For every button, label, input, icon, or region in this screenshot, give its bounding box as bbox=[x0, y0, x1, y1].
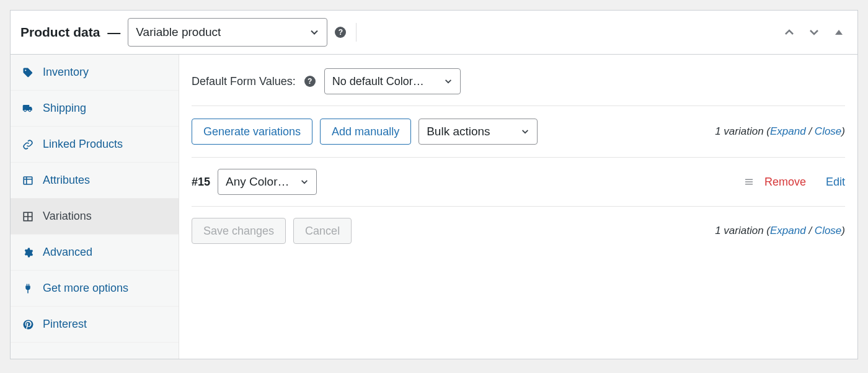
close-link[interactable]: Close bbox=[815, 225, 841, 236]
chevron-down-icon bbox=[309, 27, 319, 37]
close-link[interactable]: Close bbox=[815, 125, 841, 137]
svg-rect-0 bbox=[24, 177, 32, 184]
bulk-actions-label: Bulk actions bbox=[427, 125, 490, 138]
cancel-button[interactable]: Cancel bbox=[293, 218, 352, 244]
variations-footer: Save changes Cancel 1 variation (Expand … bbox=[192, 207, 845, 255]
main-content: Default Form Values: ? No default Color…… bbox=[179, 55, 857, 359]
pinterest-icon bbox=[22, 319, 34, 330]
sidebar-item-label: Pinterest bbox=[43, 318, 87, 331]
variation-attribute-select[interactable]: Any Color… bbox=[218, 169, 317, 195]
panel-title: Product data bbox=[20, 25, 100, 40]
variations-toolbar: Generate variations Add manually Bulk ac… bbox=[192, 106, 845, 158]
expand-link[interactable]: Expand bbox=[770, 125, 806, 137]
sidebar-item-label: Advanced bbox=[43, 246, 92, 259]
link-icon bbox=[22, 139, 34, 150]
variations-count: 1 variation (Expand / Close) bbox=[715, 225, 845, 237]
generate-variations-button[interactable]: Generate variations bbox=[192, 119, 312, 145]
default-values-row: Default Form Values: ? No default Color… bbox=[192, 65, 845, 106]
variations-count: 1 variation (Expand / Close) bbox=[715, 125, 845, 138]
bulk-actions-select[interactable]: Bulk actions bbox=[418, 119, 538, 145]
list-icon bbox=[22, 175, 34, 186]
plug-icon bbox=[22, 283, 34, 294]
sidebar-item-attributes[interactable]: Attributes bbox=[11, 163, 179, 199]
separator bbox=[356, 23, 356, 42]
sidebar-item-label: Attributes bbox=[43, 174, 90, 187]
panel-header: Product data — Variable product ? bbox=[11, 11, 857, 55]
gear-icon bbox=[22, 247, 34, 258]
sidebar-item-pinterest[interactable]: Pinterest bbox=[11, 307, 179, 343]
count-text: 1 variation bbox=[715, 225, 763, 236]
chevron-down-icon bbox=[444, 77, 453, 86]
sidebar-item-inventory[interactable]: Inventory bbox=[11, 55, 179, 91]
grid-icon bbox=[22, 211, 34, 222]
variation-attribute-value: Any Color… bbox=[226, 175, 289, 189]
sidebar-item-label: Linked Products bbox=[43, 138, 123, 151]
add-manually-button[interactable]: Add manually bbox=[320, 119, 411, 145]
sidebar: Inventory Shipping Linked Products Attri… bbox=[11, 55, 179, 359]
product-type-label: Variable product bbox=[136, 25, 221, 39]
product-type-select[interactable]: Variable product bbox=[128, 18, 327, 47]
sidebar-item-label: Shipping bbox=[43, 102, 86, 115]
move-down-button[interactable] bbox=[805, 24, 823, 41]
product-data-panel: Product data — Variable product ? bbox=[10, 10, 858, 359]
sidebar-item-advanced[interactable]: Advanced bbox=[11, 235, 179, 271]
variation-row: #15 Any Color… Remove Edit bbox=[192, 158, 845, 207]
edit-variation-button[interactable]: Edit bbox=[826, 176, 845, 189]
panel-body: Inventory Shipping Linked Products Attri… bbox=[11, 55, 857, 359]
default-color-select[interactable]: No default Color… bbox=[324, 68, 461, 94]
remove-variation-button[interactable]: Remove bbox=[764, 176, 806, 189]
help-icon[interactable]: ? bbox=[304, 76, 316, 87]
sidebar-item-shipping[interactable]: Shipping bbox=[11, 91, 179, 127]
move-up-button[interactable] bbox=[781, 24, 798, 41]
sidebar-item-label: Variations bbox=[43, 210, 92, 223]
sidebar-item-variations[interactable]: Variations bbox=[11, 199, 179, 235]
variation-id: #15 bbox=[192, 176, 210, 189]
chevron-down-icon bbox=[521, 127, 529, 136]
truck-icon bbox=[22, 103, 34, 114]
dash: — bbox=[107, 25, 120, 40]
expand-link[interactable]: Expand bbox=[770, 225, 806, 236]
help-icon[interactable]: ? bbox=[335, 27, 346, 38]
collapse-toggle[interactable] bbox=[830, 24, 848, 41]
drag-handle-icon[interactable] bbox=[741, 176, 757, 187]
sidebar-item-linked[interactable]: Linked Products bbox=[11, 127, 179, 163]
sidebar-item-label: Inventory bbox=[43, 66, 89, 79]
save-changes-button[interactable]: Save changes bbox=[192, 218, 286, 244]
count-text: 1 variation bbox=[715, 125, 763, 137]
sidebar-item-more[interactable]: Get more options bbox=[11, 271, 179, 307]
sidebar-item-label: Get more options bbox=[43, 282, 128, 295]
default-values-label: Default Form Values: bbox=[192, 75, 296, 88]
default-color-value: No default Color… bbox=[332, 75, 424, 88]
chevron-down-icon bbox=[300, 178, 309, 186]
tag-icon bbox=[22, 67, 34, 78]
